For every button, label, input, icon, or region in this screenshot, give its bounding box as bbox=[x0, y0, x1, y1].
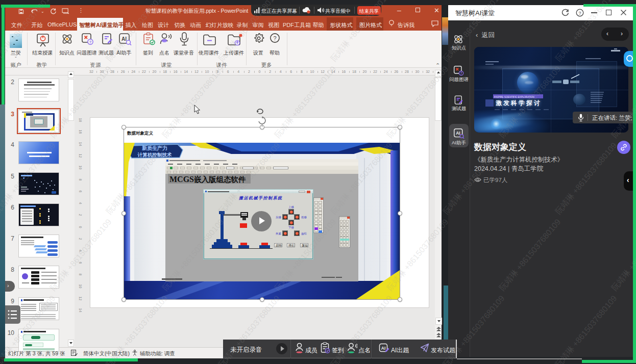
svg-text:AI: AI bbox=[456, 131, 460, 136]
svg-text:AI: AI bbox=[121, 36, 127, 42]
svg-text:计算机控制技术: 计算机控制技术 bbox=[137, 152, 172, 158]
svg-text:?: ? bbox=[460, 71, 462, 75]
svg-text:?: ? bbox=[273, 35, 276, 41]
svg-text:?: ? bbox=[578, 11, 581, 16]
svg-text:?: ? bbox=[89, 40, 92, 44]
svg-text:新质生产力: 新质生产力 bbox=[141, 145, 167, 151]
